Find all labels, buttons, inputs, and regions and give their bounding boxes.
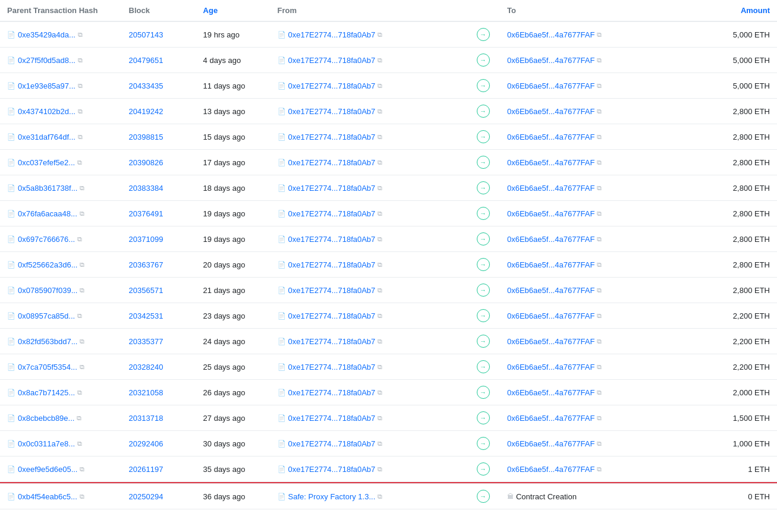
copy-icon[interactable]: ⧉ <box>77 414 81 422</box>
from-address-link[interactable]: 0xe17E2774...718fa0Ab7 <box>288 235 376 244</box>
tx-hash-link[interactable]: 0x1e93e85a97... <box>18 81 76 90</box>
from-address-link[interactable]: 0xe17E2774...718fa0Ab7 <box>288 81 376 90</box>
tx-hash-link[interactable]: 0x76fa6acaa48... <box>18 209 77 218</box>
copy-icon[interactable]: ⧉ <box>80 287 84 294</box>
from-address-link[interactable]: 0xe17E2774...718fa0Ab7 <box>288 311 376 320</box>
from-address-link[interactable]: 0xe17E2774...718fa0Ab7 <box>288 439 376 448</box>
copy-icon[interactable]: ⧉ <box>378 210 382 218</box>
copy-icon[interactable]: ⧉ <box>597 159 602 166</box>
copy-icon[interactable]: ⧉ <box>378 235 382 243</box>
copy-icon[interactable]: ⧉ <box>80 210 84 218</box>
from-address-link[interactable]: 0xe17E2774...718fa0Ab7 <box>288 133 376 141</box>
to-address-link[interactable]: 0x6Eb6ae5f...4a7677FAF <box>507 30 594 39</box>
copy-icon[interactable]: ⧉ <box>378 56 382 64</box>
copy-icon[interactable]: ⧉ <box>597 56 602 64</box>
to-address-link[interactable]: 0x6Eb6ae5f...4a7677FAF <box>507 337 594 346</box>
copy-icon[interactable]: ⧉ <box>378 184 382 192</box>
copy-icon[interactable]: ⧉ <box>80 493 84 500</box>
to-address-link[interactable]: 0x6Eb6ae5f...4a7677FAF <box>507 465 594 474</box>
to-address-link[interactable]: 0x6Eb6ae5f...4a7677FAF <box>507 107 594 116</box>
tx-hash-link[interactable]: 0xe31daf764df... <box>18 133 76 141</box>
copy-icon[interactable]: ⧉ <box>597 261 602 269</box>
copy-icon[interactable]: ⧉ <box>77 159 82 166</box>
from-address-link[interactable]: 0xe17E2774...718fa0Ab7 <box>288 363 376 372</box>
tx-hash-link[interactable]: 0x8ac7b71425... <box>18 388 75 397</box>
tx-hash-link[interactable]: 0x4374102b2d... <box>18 107 76 116</box>
to-address-link[interactable]: 0x6Eb6ae5f...4a7677FAF <box>507 363 594 372</box>
block-link[interactable]: 20507143 <box>129 30 163 39</box>
block-link[interactable]: 20335377 <box>129 337 163 346</box>
block-link[interactable]: 20321058 <box>129 388 163 397</box>
copy-icon[interactable]: ⧉ <box>80 261 84 269</box>
copy-icon[interactable]: ⧉ <box>378 261 382 269</box>
block-link[interactable]: 20376491 <box>129 209 163 218</box>
from-address-link[interactable]: 0xe17E2774...718fa0Ab7 <box>288 209 376 218</box>
copy-icon[interactable]: ⧉ <box>80 465 84 473</box>
copy-icon[interactable]: ⧉ <box>77 312 82 320</box>
tx-hash-link[interactable]: 0x697c766676... <box>18 235 75 244</box>
copy-icon[interactable]: ⧉ <box>78 133 83 141</box>
copy-icon[interactable]: ⧉ <box>378 108 382 115</box>
copy-icon[interactable]: ⧉ <box>378 338 382 345</box>
from-address-link[interactable]: 0xe17E2774...718fa0Ab7 <box>288 158 376 167</box>
tx-hash-link[interactable]: 0xb4f54eab6c5... <box>18 492 77 501</box>
copy-icon[interactable]: ⧉ <box>378 465 382 473</box>
tx-hash-link[interactable]: 0x27f5f0d5ad8... <box>18 56 76 65</box>
block-link[interactable]: 20371099 <box>129 235 163 244</box>
copy-icon[interactable]: ⧉ <box>597 287 602 294</box>
copy-icon[interactable]: ⧉ <box>378 493 382 500</box>
copy-icon[interactable]: ⧉ <box>597 108 602 115</box>
block-link[interactable]: 20261197 <box>129 465 163 474</box>
block-link[interactable]: 20342531 <box>129 311 163 320</box>
to-address-link[interactable]: 0x6Eb6ae5f...4a7677FAF <box>507 133 594 141</box>
copy-icon[interactable]: ⧉ <box>597 465 602 473</box>
copy-icon[interactable]: ⧉ <box>597 363 602 371</box>
block-link[interactable]: 20479651 <box>129 56 163 65</box>
tx-hash-link[interactable]: 0x82fd563bdd7... <box>18 337 77 346</box>
to-address-link[interactable]: 0x6Eb6ae5f...4a7677FAF <box>507 388 594 397</box>
from-address-link[interactable]: 0xe17E2774...718fa0Ab7 <box>288 337 376 346</box>
copy-icon[interactable]: ⧉ <box>77 440 82 448</box>
copy-icon[interactable]: ⧉ <box>80 338 84 345</box>
tx-hash-link[interactable]: 0xf525662a3d6... <box>18 260 77 269</box>
to-address-link[interactable]: 0x6Eb6ae5f...4a7677FAF <box>507 439 594 448</box>
from-address-link[interactable]: 0xe17E2774...718fa0Ab7 <box>288 388 376 397</box>
from-address-link[interactable]: Safe: Proxy Factory 1.3... <box>288 492 376 501</box>
copy-icon[interactable]: ⧉ <box>597 389 602 396</box>
copy-icon[interactable]: ⧉ <box>78 56 83 64</box>
copy-icon[interactable]: ⧉ <box>597 210 602 218</box>
block-link[interactable]: 20313718 <box>129 414 163 423</box>
from-address-link[interactable]: 0xe17E2774...718fa0Ab7 <box>288 286 376 295</box>
copy-icon[interactable]: ⧉ <box>378 159 382 166</box>
tx-hash-link[interactable]: 0x8cbebcb89e... <box>18 414 74 423</box>
block-link[interactable]: 20383384 <box>129 184 163 193</box>
tx-hash-link[interactable]: 0x7ca705f5354... <box>18 363 77 372</box>
block-link[interactable]: 20292406 <box>129 439 163 448</box>
copy-icon[interactable]: ⧉ <box>597 31 602 39</box>
copy-icon[interactable]: ⧉ <box>378 287 382 294</box>
copy-icon[interactable]: ⧉ <box>378 440 382 448</box>
copy-icon[interactable]: ⧉ <box>597 414 602 422</box>
from-address-link[interactable]: 0xe17E2774...718fa0Ab7 <box>288 30 376 39</box>
to-address-link[interactable]: 0x6Eb6ae5f...4a7677FAF <box>507 56 594 65</box>
copy-icon[interactable]: ⧉ <box>378 82 382 90</box>
tx-hash-link[interactable]: 0x0785907f039... <box>18 286 77 295</box>
copy-icon[interactable]: ⧉ <box>378 312 382 320</box>
copy-icon[interactable]: ⧉ <box>80 184 84 192</box>
block-link[interactable]: 20363767 <box>129 260 163 269</box>
tx-hash-link[interactable]: 0xc037efef5e2... <box>18 158 75 167</box>
tx-hash-link[interactable]: 0x08957ca85d... <box>18 311 75 320</box>
copy-icon[interactable]: ⧉ <box>378 31 382 39</box>
to-address-link[interactable]: 0x6Eb6ae5f...4a7677FAF <box>507 235 594 244</box>
copy-icon[interactable]: ⧉ <box>597 312 602 320</box>
tx-hash-link[interactable]: 0x5a8b361738f... <box>18 184 77 193</box>
block-link[interactable]: 20433435 <box>129 81 163 90</box>
tx-hash-link[interactable]: 0xeef9e5d6e05... <box>18 465 77 474</box>
copy-icon[interactable]: ⧉ <box>597 184 602 192</box>
block-link[interactable]: 20419242 <box>129 107 163 116</box>
tx-hash-link[interactable]: 0x0c0311a7e8... <box>18 439 75 448</box>
block-link[interactable]: 20250294 <box>129 492 163 501</box>
to-address-link[interactable]: 0x6Eb6ae5f...4a7677FAF <box>507 81 594 90</box>
to-address-link[interactable]: 0x6Eb6ae5f...4a7677FAF <box>507 158 594 167</box>
copy-icon[interactable]: ⧉ <box>77 389 82 396</box>
